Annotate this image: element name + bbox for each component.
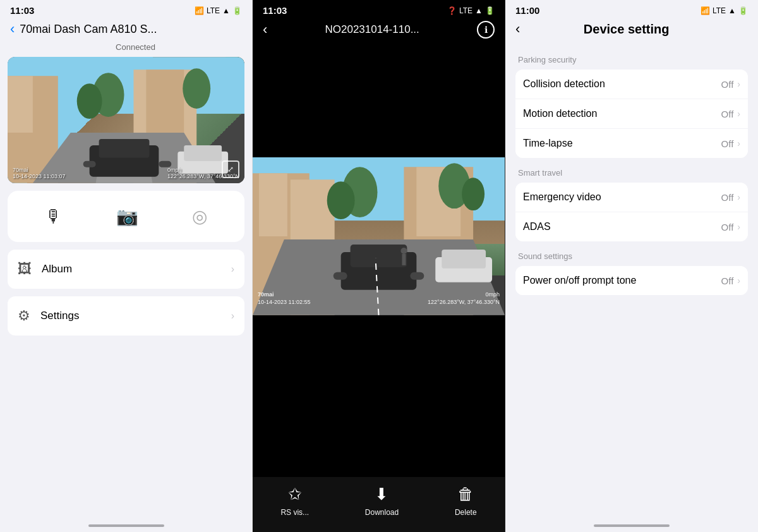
video-black-top (253, 44, 505, 157)
status-time-2: 11:03 (263, 5, 287, 16)
svg-rect-30 (410, 272, 424, 280)
motion-detection-item[interactable]: Motion detection Off › (515, 99, 748, 129)
video-coords: 122°26.283°W, 37°46.330°N (428, 299, 500, 305)
emergency-video-value: Off (721, 192, 734, 203)
home-indicator-1 (88, 524, 164, 527)
timelapse-label: Time-lapse (523, 138, 721, 149)
settings-chevron-icon: › (231, 310, 234, 322)
battery-icon-3: 🔋 (738, 6, 748, 15)
preview-info: 70mai 10-14-2023 11:03:07 (13, 167, 66, 179)
video-scene: 70mai 10-14-2023 11:02:55 0mph 122°26.28… (253, 157, 505, 315)
video-frame: 70mai 10-14-2023 11:02:55 0mph 122°26.28… (253, 157, 505, 315)
power-prompt-item[interactable]: Power on/off prompt tone Off › (515, 266, 748, 295)
download-label: Download (365, 508, 399, 517)
device-title: 70mai Dash Cam A810 S... (20, 23, 157, 36)
motion-detection-label: Motion detection (523, 108, 721, 119)
header-nav-1: ‹ 70mai Dash Cam A810 S... (0, 18, 252, 42)
fullscreen-button[interactable]: ⤢ (222, 160, 239, 178)
status-bar-1: 11:03 📶 LTE ▲ 🔋 (0, 0, 252, 18)
back-button-3[interactable]: ‹ (515, 21, 520, 37)
camera-preview: 70mai 10-14-2023 11:03:07 0mph 122°26.28… (8, 57, 244, 183)
svg-rect-34 (402, 254, 406, 265)
svg-rect-15 (184, 145, 222, 161)
wifi-icon-3: 📶 (701, 6, 710, 15)
status-icons-3: 📶 LTE ▲ 🔋 (701, 6, 748, 15)
video-speed: 0mph (485, 291, 500, 298)
network-label-3: LTE (713, 6, 726, 15)
settings-label: Settings (40, 310, 231, 322)
status-time-1: 11:03 (10, 5, 34, 16)
network-label-1: LTE (207, 6, 220, 15)
preview-scene-svg (8, 57, 244, 183)
svg-rect-2 (8, 76, 33, 133)
back-button-2[interactable]: ‹ (263, 21, 267, 38)
signal-icon: ▲ (222, 6, 230, 15)
info-button[interactable]: ℹ (477, 21, 495, 39)
delete-label: Delete (455, 508, 477, 517)
emergency-video-chevron: › (737, 192, 740, 202)
mic-icon: 🎙 (45, 206, 63, 227)
timelapse-item[interactable]: Time-lapse Off › (515, 129, 748, 158)
svg-point-7 (183, 68, 210, 109)
power-prompt-value: Off (721, 275, 734, 286)
menu-list: 🖼 Album › ⚙ Settings › (8, 250, 244, 336)
panel-video-player: 11:03 ❓ LTE ▲ 🔋 ‹ NO20231014-110... ℹ (253, 0, 505, 532)
settings-page-title: Device setting (525, 22, 728, 37)
svg-point-23 (327, 181, 355, 219)
power-prompt-chevron: › (737, 275, 740, 286)
controls-bar: 🎙 📷 ◎ (8, 191, 244, 242)
svg-rect-11 (99, 139, 150, 158)
svg-point-6 (77, 83, 102, 119)
status-time-3: 11:00 (515, 5, 539, 16)
adas-chevron: › (737, 222, 740, 232)
timelapse-value: Off (721, 138, 734, 149)
download-button[interactable]: ⬇ Download (365, 485, 399, 517)
video-toolbar: ✩ RS vis... ⬇ Download 🗑 Delete (253, 477, 505, 532)
preview-image: 70mai 10-14-2023 11:03:07 0mph 122°26.28… (8, 57, 244, 183)
rs-vis-button[interactable]: ✩ RS vis... (280, 485, 309, 517)
video-timestamp: 10-14-2023 11:02:55 (258, 299, 311, 305)
collision-detection-value: Off (721, 79, 734, 90)
rs-vis-icon: ✩ (288, 485, 302, 504)
adas-item[interactable]: ADAS Off › (515, 212, 748, 241)
motion-detection-chevron: › (737, 109, 740, 119)
section-parking-security: Parking security (515, 45, 748, 70)
header-nav-3: ‹ Device setting (505, 18, 758, 45)
section-sound-settings: Sound settings (515, 241, 748, 266)
sound-settings-group: Power on/off prompt tone Off › (515, 266, 748, 295)
camera-button[interactable]: 📷 (116, 206, 138, 227)
album-icon: 🖼 (18, 261, 32, 277)
motion-detection-value: Off (721, 109, 734, 119)
header-nav-2: ‹ NO20231014-110... ℹ (253, 18, 505, 44)
settings-menu-item[interactable]: ⚙ Settings › (8, 296, 244, 336)
delete-button[interactable]: 🗑 Delete (455, 485, 477, 517)
video-scene-svg (253, 157, 505, 315)
svg-rect-28 (351, 245, 407, 267)
adas-label: ADAS (523, 221, 721, 233)
panel-dash-cam: 11:03 📶 LTE ▲ 🔋 ‹ 70mai Dash Cam A810 S.… (0, 0, 253, 532)
album-menu-item[interactable]: 🖼 Album › (8, 250, 244, 289)
mic-button[interactable]: 🎙 (45, 206, 63, 227)
emergency-video-label: Emergency video (523, 191, 721, 203)
signal-icon-2: ▲ (475, 6, 483, 15)
power-prompt-label: Power on/off prompt tone (523, 275, 721, 286)
svg-rect-29 (334, 272, 347, 280)
settings-list: Parking security Collision detection Off… (505, 45, 758, 532)
video-logo: 70mai (258, 291, 274, 298)
target-button[interactable]: ◎ (192, 206, 207, 227)
back-button-1[interactable]: ‹ (10, 21, 15, 37)
album-label: Album (42, 263, 231, 275)
status-icons-1: 📶 LTE ▲ 🔋 (195, 6, 242, 15)
panel-device-settings: 11:00 📶 LTE ▲ 🔋 ‹ Device setting Parking… (505, 0, 758, 532)
video-title: NO20231014-110... (272, 23, 472, 36)
svg-point-33 (400, 248, 407, 254)
emergency-video-item[interactable]: Emergency video Off › (515, 183, 748, 212)
collision-detection-item[interactable]: Collision detection Off › (515, 70, 748, 99)
smart-travel-group: Emergency video Off › ADAS Off › (515, 183, 748, 241)
connection-status: Connected (19, 42, 252, 57)
camera-icon: 📷 (116, 206, 138, 227)
status-bar-2: 11:03 ❓ LTE ▲ 🔋 (253, 0, 505, 18)
help-icon: ❓ (447, 6, 457, 15)
target-icon: ◎ (192, 206, 207, 227)
preview-timestamp: 10-14-2023 11:03:07 (13, 173, 66, 179)
